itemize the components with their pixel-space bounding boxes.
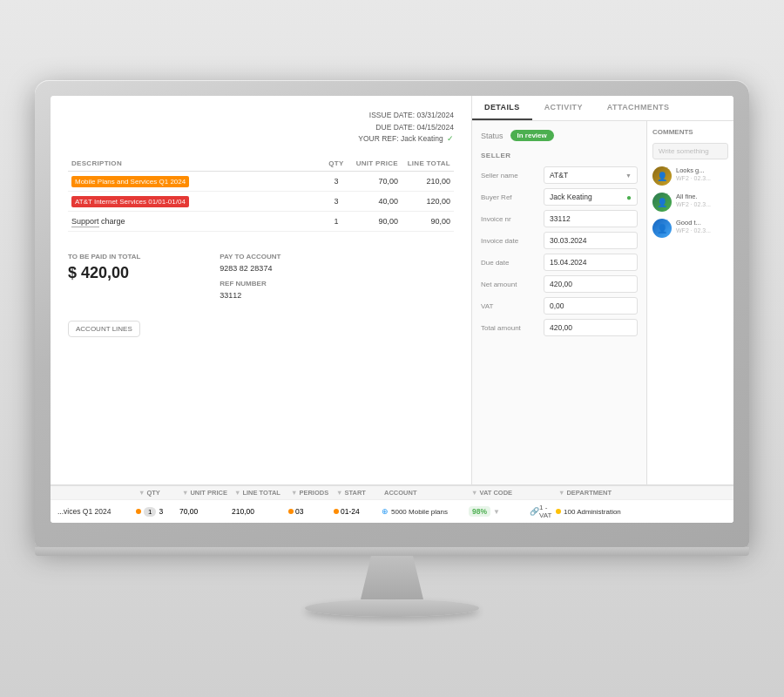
field-row-buyer-ref: Buyer Ref Jack Keating ●	[481, 188, 638, 206]
br-line-total-val: 210,00	[232, 507, 254, 516]
due-date-value: 04/15/2024	[416, 123, 454, 132]
dot-start	[334, 509, 339, 514]
br-periods-val: 03	[295, 507, 303, 516]
status-badge: In review	[510, 130, 554, 141]
screen-content: ISSUE DATE: 03/31/2024 DUE DATE: 04/15/2…	[51, 96, 733, 523]
comment-avatar-1: 👤	[652, 166, 672, 186]
pay-to-account: PAY TO ACCOUNT 9283 82 28374 REF NUMBER …	[220, 253, 454, 300]
filter-icon-unit: ▼	[182, 489, 188, 497]
comment-text-2: All fine.	[676, 193, 711, 201]
monitor-chin	[35, 547, 749, 556]
comment-item-1: 👤 Looks g... WF2 · 02.3...	[652, 166, 728, 186]
comment-meta-3: WF2 · 02.3...	[676, 227, 711, 233]
bottom-bar-headers: ▼QTY ▼UNIT PRICE ▼LINE TOTAL ▼PERIODS ▼S…	[51, 486, 733, 500]
check-icon: ✓	[447, 134, 454, 143]
bh-unit-price: ▼UNIT PRICE	[179, 489, 232, 497]
field-label-invoice-nr: Invoice nr	[481, 215, 544, 223]
bottom-bar-row: ...vices Q1 2024 1 3 70,00 210,00 03	[51, 500, 733, 523]
to-be-paid: TO BE PAID IN TOTAL $ 420,00	[68, 253, 185, 282]
br-start-val: 01-24	[341, 507, 360, 516]
your-ref-label: YOUR REF:	[358, 134, 398, 143]
line-item-total-1: 210,00	[402, 171, 454, 191]
comment-input[interactable]: Write something	[652, 143, 728, 159]
bh-space	[57, 489, 136, 497]
monitor: ISSUE DATE: 03/31/2024 DUE DATE: 04/15/2…	[35, 80, 749, 617]
br-department: 100 Administration	[556, 508, 634, 516]
col-description: DESCRIPTION	[68, 156, 323, 172]
net-amount-input[interactable]: 420,00	[544, 275, 638, 293]
dot-qty	[136, 509, 141, 514]
pay-to-account-value: 9283 82 28374	[220, 264, 454, 273]
field-row-vat: VAT 0,00	[481, 297, 638, 315]
col-unit-price: UNIT PRICE	[349, 156, 402, 172]
status-row: Status In review	[481, 130, 638, 141]
comment-content-3: Good t... WF2 · 02.3...	[676, 219, 711, 233]
comment-meta-1: WF2 · 02.3...	[676, 175, 711, 181]
monitor-stand-base	[305, 599, 479, 617]
avatar-face-1: 👤	[652, 166, 672, 186]
bh-space2	[530, 489, 556, 497]
br-account: ⊕ 5000 Mobile plans	[382, 507, 469, 516]
invoice-date-input[interactable]: 30.03.2024	[544, 232, 638, 249]
details-panel: DETAILS ACTIVITY ATTACHMENTS Status In r…	[472, 96, 733, 523]
br-vat-link: 🔗 1 - VAT	[530, 504, 556, 519]
line-item-qty-1: 3	[323, 171, 349, 191]
comments-title: COMMENTS	[652, 128, 728, 136]
total-amount-input[interactable]: 420,00	[544, 319, 638, 336]
table-row: Mobile Plans and Services Q1 2024 3 70,0…	[68, 171, 454, 191]
avatar-face-2: 👤	[652, 193, 672, 212]
comment-text-3: Good t...	[676, 219, 711, 227]
line-item-qty-2: 3	[323, 191, 349, 211]
invoice-nr-input[interactable]: 33112	[544, 210, 638, 227]
filter-icon-periods: ▼	[291, 489, 297, 497]
bh-qty: ▼QTY	[136, 489, 179, 497]
tab-activity[interactable]: ACTIVITY	[532, 96, 595, 120]
comments-panel: COMMENTS Write something 👤 Looks g... WF…	[646, 121, 733, 523]
br-unit-price: 70,00	[179, 507, 232, 516]
br-vat-dropdown: ▼	[493, 508, 500, 516]
seller-section-title: SELLER	[481, 152, 638, 159]
tab-details[interactable]: DETAILS	[472, 96, 532, 120]
br-vat-code: 98% ▼	[469, 506, 530, 517]
bh-start: ▼START	[334, 489, 382, 497]
field-row-invoice-date: Invoice date 30.03.2024	[481, 232, 638, 249]
comment-text-1: Looks g...	[676, 166, 711, 175]
br-dept-val: 100 Administration	[564, 508, 621, 516]
account-lines-button[interactable]: ACCOUNT LINES	[68, 321, 140, 337]
br-qty: 1 3	[136, 507, 179, 517]
br-line-total: 210,00	[232, 507, 288, 516]
vat-input[interactable]: 0,00	[544, 297, 638, 315]
filter-icon-qty: ▼	[139, 489, 145, 497]
issue-date-label: ISSUE DATE:	[369, 111, 415, 119]
field-row-net-amount: Net amount 420,00	[481, 275, 638, 293]
bh-vat-code: ▼VAT CODE	[469, 489, 530, 497]
invoice-nr-value: 33112	[550, 214, 571, 223]
br-periods: 03	[288, 507, 334, 516]
monitor-stand-neck	[357, 556, 427, 599]
field-label-invoice-date: Invoice date	[481, 237, 544, 245]
due-date-input[interactable]: 15.04.2024	[544, 254, 638, 271]
dot-dept	[556, 509, 561, 514]
filter-icon-line: ▼	[234, 489, 240, 497]
monitor-bezel: ISSUE DATE: 03/31/2024 DUE DATE: 04/15/2…	[35, 80, 749, 547]
ref-number-label: REF NUMBER	[220, 280, 454, 288]
to-be-paid-label: TO BE PAID IN TOTAL	[68, 253, 185, 261]
buyer-ref-check-icon: ●	[626, 193, 632, 202]
br-qty-val: 1	[144, 507, 156, 517]
filter-icon-vat: ▼	[471, 489, 477, 497]
buyer-ref-input[interactable]: Jack Keating ●	[544, 188, 638, 206]
comment-meta-2: WF2 · 02.3...	[676, 201, 711, 207]
account-icon: ⊕	[382, 507, 389, 516]
comment-item-2: 👤 All fine. WF2 · 02.3...	[652, 193, 728, 212]
line-item-price-1: 70,00	[349, 171, 402, 191]
net-amount-value: 420,00	[550, 280, 572, 288]
tab-attachments[interactable]: ATTACHMENTS	[595, 96, 682, 120]
line-item-qty-3: 1	[323, 211, 349, 231]
field-row-seller-name: Seller name AT&T	[481, 166, 638, 184]
line-item-highlight-2: AT&T Internet Services 01/01-01/04	[71, 196, 189, 207]
filter-icon-start: ▼	[336, 489, 342, 497]
table-row: Support charge 1 90,00 90,00	[68, 211, 454, 231]
comment-avatar-2: 👤	[652, 193, 672, 212]
seller-name-input[interactable]: AT&T	[544, 166, 638, 184]
field-row-due-date: Due date 15.04.2024	[481, 254, 638, 271]
